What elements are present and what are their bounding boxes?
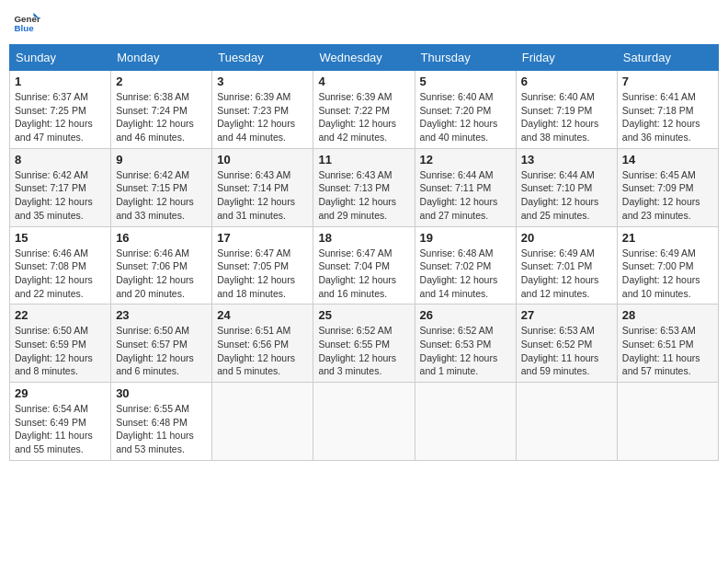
day-cell-27: 27 Sunrise: 6:53 AMSunset: 6:52 PMDaylig…: [516, 304, 617, 383]
day-number: 15: [15, 231, 106, 245]
day-info: Sunrise: 6:50 AMSunset: 6:57 PMDaylight:…: [116, 325, 194, 376]
day-cell-20: 20 Sunrise: 6:49 AMSunset: 7:01 PMDaylig…: [516, 226, 617, 304]
day-info: Sunrise: 6:52 AMSunset: 6:53 PMDaylight:…: [420, 325, 498, 376]
day-cell-28: 28 Sunrise: 6:53 AMSunset: 6:51 PMDaylig…: [617, 304, 718, 383]
day-number: 11: [318, 153, 409, 167]
day-number: 1: [15, 75, 106, 88]
day-cell-1: 1 Sunrise: 6:37 AMSunset: 7:25 PMDayligh…: [10, 71, 111, 149]
day-cell-25: 25 Sunrise: 6:52 AMSunset: 6:55 PMDaylig…: [313, 304, 415, 383]
day-info: Sunrise: 6:48 AMSunset: 7:02 PMDaylight:…: [420, 247, 498, 299]
day-number: 4: [318, 75, 409, 88]
day-number: 24: [217, 308, 308, 322]
day-number: 23: [116, 308, 207, 322]
day-number: 29: [15, 386, 106, 400]
day-info: Sunrise: 6:53 AMSunset: 6:52 PMDaylight:…: [521, 325, 599, 376]
day-info: Sunrise: 6:49 AMSunset: 7:00 PMDaylight:…: [622, 247, 700, 299]
day-info: Sunrise: 6:41 AMSunset: 7:18 PMDaylight:…: [622, 91, 700, 143]
empty-cell: [415, 383, 516, 461]
day-info: Sunrise: 6:44 AMSunset: 7:11 PMDaylight:…: [420, 169, 498, 221]
day-number: 19: [420, 231, 511, 245]
day-number: 16: [116, 231, 207, 245]
day-cell-19: 19 Sunrise: 6:48 AMSunset: 7:02 PMDaylig…: [415, 226, 516, 304]
day-cell-8: 8 Sunrise: 6:42 AMSunset: 7:17 PMDayligh…: [10, 148, 111, 226]
header: General Blue: [9, 9, 719, 37]
day-info: Sunrise: 6:37 AMSunset: 7:25 PMDaylight:…: [15, 91, 93, 143]
day-cell-12: 12 Sunrise: 6:44 AMSunset: 7:11 PMDaylig…: [415, 148, 516, 226]
day-info: Sunrise: 6:46 AMSunset: 7:06 PMDaylight:…: [116, 247, 194, 299]
empty-cell: [313, 383, 415, 461]
weekday-header-friday: Friday: [516, 45, 617, 71]
logo-icon: General Blue: [13, 9, 40, 37]
day-number: 20: [521, 231, 612, 245]
day-cell-15: 15 Sunrise: 6:46 AMSunset: 7:08 PMDaylig…: [10, 226, 111, 304]
calendar-week-4: 22 Sunrise: 6:50 AMSunset: 6:59 PMDaylig…: [10, 304, 719, 383]
day-number: 28: [622, 308, 713, 322]
day-info: Sunrise: 6:46 AMSunset: 7:08 PMDaylight:…: [15, 247, 93, 299]
weekday-header-sunday: Sunday: [10, 45, 111, 71]
day-cell-5: 5 Sunrise: 6:40 AMSunset: 7:20 PMDayligh…: [415, 71, 516, 149]
day-number: 21: [622, 231, 713, 245]
day-cell-14: 14 Sunrise: 6:45 AMSunset: 7:09 PMDaylig…: [617, 148, 718, 226]
calendar-week-1: 1 Sunrise: 6:37 AMSunset: 7:25 PMDayligh…: [10, 71, 719, 149]
day-number: 7: [622, 75, 713, 88]
day-info: Sunrise: 6:47 AMSunset: 7:04 PMDaylight:…: [318, 247, 396, 299]
day-cell-3: 3 Sunrise: 6:39 AMSunset: 7:23 PMDayligh…: [212, 71, 313, 149]
day-number: 12: [420, 153, 511, 167]
weekday-header-monday: Monday: [111, 45, 212, 71]
day-number: 22: [15, 308, 106, 322]
day-cell-26: 26 Sunrise: 6:52 AMSunset: 6:53 PMDaylig…: [415, 304, 516, 383]
day-cell-10: 10 Sunrise: 6:43 AMSunset: 7:14 PMDaylig…: [212, 148, 313, 226]
weekday-header-saturday: Saturday: [617, 45, 718, 71]
day-number: 5: [420, 75, 511, 88]
day-info: Sunrise: 6:54 AMSunset: 6:49 PMDaylight:…: [15, 403, 93, 454]
day-cell-4: 4 Sunrise: 6:39 AMSunset: 7:22 PMDayligh…: [313, 71, 415, 149]
day-info: Sunrise: 6:50 AMSunset: 6:59 PMDaylight:…: [15, 325, 93, 376]
day-number: 30: [116, 386, 207, 400]
day-info: Sunrise: 6:39 AMSunset: 7:22 PMDaylight:…: [318, 91, 396, 143]
logo: General Blue: [13, 9, 44, 37]
day-number: 14: [622, 153, 713, 167]
day-number: 3: [217, 75, 308, 88]
day-cell-18: 18 Sunrise: 6:47 AMSunset: 7:04 PMDaylig…: [313, 226, 415, 304]
day-cell-21: 21 Sunrise: 6:49 AMSunset: 7:00 PMDaylig…: [617, 226, 718, 304]
day-number: 13: [521, 153, 612, 167]
empty-cell: [617, 383, 718, 461]
day-info: Sunrise: 6:43 AMSunset: 7:13 PMDaylight:…: [318, 169, 396, 221]
day-number: 9: [116, 153, 207, 167]
day-info: Sunrise: 6:40 AMSunset: 7:20 PMDaylight:…: [420, 91, 498, 143]
day-info: Sunrise: 6:42 AMSunset: 7:15 PMDaylight:…: [116, 169, 194, 221]
day-number: 2: [116, 75, 207, 88]
day-number: 8: [15, 153, 106, 167]
weekday-header-row: SundayMondayTuesdayWednesdayThursdayFrid…: [10, 45, 719, 71]
day-info: Sunrise: 6:52 AMSunset: 6:55 PMDaylight:…: [318, 325, 396, 376]
day-cell-17: 17 Sunrise: 6:47 AMSunset: 7:05 PMDaylig…: [212, 226, 313, 304]
day-number: 18: [318, 231, 409, 245]
day-info: Sunrise: 6:47 AMSunset: 7:05 PMDaylight:…: [217, 247, 295, 299]
day-number: 17: [217, 231, 308, 245]
day-cell-24: 24 Sunrise: 6:51 AMSunset: 6:56 PMDaylig…: [212, 304, 313, 383]
day-number: 27: [521, 308, 612, 322]
day-cell-29: 29 Sunrise: 6:54 AMSunset: 6:49 PMDaylig…: [10, 383, 111, 461]
day-info: Sunrise: 6:45 AMSunset: 7:09 PMDaylight:…: [622, 169, 700, 221]
calendar-week-3: 15 Sunrise: 6:46 AMSunset: 7:08 PMDaylig…: [10, 226, 719, 304]
weekday-header-thursday: Thursday: [415, 45, 516, 71]
calendar-table: SundayMondayTuesdayWednesdayThursdayFrid…: [9, 44, 719, 461]
day-cell-6: 6 Sunrise: 6:40 AMSunset: 7:19 PMDayligh…: [516, 71, 617, 149]
svg-text:Blue: Blue: [15, 23, 35, 33]
day-info: Sunrise: 6:43 AMSunset: 7:14 PMDaylight:…: [217, 169, 295, 221]
calendar-week-2: 8 Sunrise: 6:42 AMSunset: 7:17 PMDayligh…: [10, 148, 719, 226]
day-cell-7: 7 Sunrise: 6:41 AMSunset: 7:18 PMDayligh…: [617, 71, 718, 149]
day-cell-9: 9 Sunrise: 6:42 AMSunset: 7:15 PMDayligh…: [111, 148, 212, 226]
svg-text:General: General: [15, 14, 41, 24]
calendar-week-5: 29 Sunrise: 6:54 AMSunset: 6:49 PMDaylig…: [10, 383, 719, 461]
weekday-header-wednesday: Wednesday: [313, 45, 415, 71]
day-info: Sunrise: 6:38 AMSunset: 7:24 PMDaylight:…: [116, 91, 194, 143]
empty-cell: [212, 383, 313, 461]
day-info: Sunrise: 6:39 AMSunset: 7:23 PMDaylight:…: [217, 91, 295, 143]
day-cell-30: 30 Sunrise: 6:55 AMSunset: 6:48 PMDaylig…: [111, 383, 212, 461]
day-cell-13: 13 Sunrise: 6:44 AMSunset: 7:10 PMDaylig…: [516, 148, 617, 226]
day-cell-23: 23 Sunrise: 6:50 AMSunset: 6:57 PMDaylig…: [111, 304, 212, 383]
day-number: 10: [217, 153, 308, 167]
day-info: Sunrise: 6:51 AMSunset: 6:56 PMDaylight:…: [217, 325, 295, 376]
day-info: Sunrise: 6:49 AMSunset: 7:01 PMDaylight:…: [521, 247, 599, 299]
